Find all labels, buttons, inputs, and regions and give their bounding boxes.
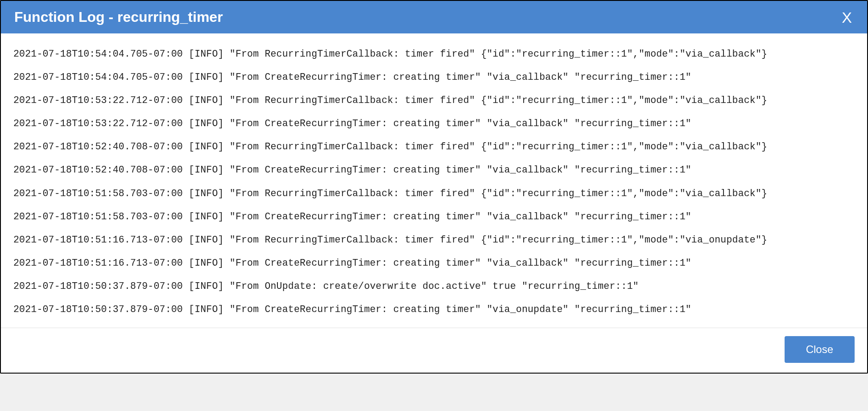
modal-footer: Close	[1, 328, 867, 373]
log-line: 2021-07-18T10:50:37.879-07:00 [INFO] "Fr…	[13, 298, 855, 321]
modal-title: Function Log - recurring_timer	[14, 9, 223, 25]
log-line: 2021-07-18T10:52:40.708-07:00 [INFO] "Fr…	[13, 135, 855, 158]
log-line: 2021-07-18T10:54:04.705-07:00 [INFO] "Fr…	[13, 66, 855, 89]
log-line: 2021-07-18T10:51:58.703-07:00 [INFO] "Fr…	[13, 182, 855, 205]
log-line: 2021-07-18T10:52:40.708-07:00 [INFO] "Fr…	[13, 158, 855, 181]
log-line: 2021-07-18T10:53:22.712-07:00 [INFO] "Fr…	[13, 112, 855, 135]
function-log-modal: Function Log - recurring_timer X 2021-07…	[0, 0, 868, 374]
log-line: 2021-07-18T10:50:06.147-07:00 [INFO] "Fr…	[13, 321, 855, 328]
log-line: 2021-07-18T10:51:16.713-07:00 [INFO] "Fr…	[13, 251, 855, 275]
close-button[interactable]: Close	[785, 336, 855, 363]
log-line: 2021-07-18T10:53:22.712-07:00 [INFO] "Fr…	[13, 89, 855, 112]
modal-header: Function Log - recurring_timer X	[1, 1, 867, 33]
log-line: 2021-07-18T10:50:37.879-07:00 [INFO] "Fr…	[13, 275, 855, 298]
close-icon[interactable]: X	[840, 10, 854, 25]
log-line: 2021-07-18T10:51:58.703-07:00 [INFO] "Fr…	[13, 205, 855, 228]
log-line: 2021-07-18T10:54:04.705-07:00 [INFO] "Fr…	[13, 42, 855, 66]
log-line: 2021-07-18T10:51:16.713-07:00 [INFO] "Fr…	[13, 228, 855, 251]
log-body[interactable]: 2021-07-18T10:54:04.705-07:00 [INFO] "Fr…	[1, 33, 867, 328]
